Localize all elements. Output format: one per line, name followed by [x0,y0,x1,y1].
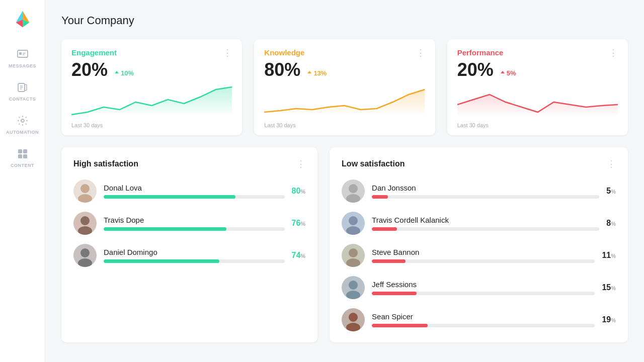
person-pct: 11% [602,251,616,260]
knowledge-footer: Last 30 days [264,122,425,128]
knowledge-title: Knowledge [264,48,304,57]
person-name: Daniel Domingo [104,248,285,256]
svg-point-27 [78,258,92,267]
low-sat-menu[interactable]: ⋮ [607,158,616,169]
bar-track [104,195,285,199]
svg-point-23 [78,194,92,203]
performance-menu[interactable]: ⋮ [609,48,618,57]
list-item: Travis Dope 76% [73,212,305,235]
svg-point-37 [346,323,360,331]
avatar [73,212,97,235]
performance-card: Performance ⋮ 20% 5% [447,39,628,135]
logo[interactable] [11,7,34,32]
low-sat-title: Low satisfaction [342,159,405,168]
engagement-title: Engagement [71,48,117,57]
engagement-value: 20% [71,59,108,80]
svg-rect-5 [19,52,22,55]
person-name: Dan Jonsson [372,184,599,192]
svg-point-35 [346,291,360,299]
performance-value: 20% [457,59,494,80]
sidebar-item-messages[interactable]: MESSAGES [0,41,45,74]
knowledge-card: Knowledge ⋮ 80% 13% [254,39,435,135]
svg-point-30 [349,216,358,225]
svg-rect-13 [25,84,27,90]
knowledge-menu[interactable]: ⋮ [416,48,425,57]
svg-point-26 [80,248,90,257]
svg-rect-16 [23,149,27,153]
bar-track [372,324,595,327]
bar-fill [372,324,428,327]
person-name: Steve Bannon [372,248,595,256]
low-satisfaction-card: Low satisfaction ⋮ Dan Jonsson 5% [330,147,628,342]
engagement-menu[interactable]: ⋮ [223,48,232,57]
svg-point-36 [349,313,358,322]
bar-track [372,259,595,263]
bottom-row: High satisfaction ⋮ Donal Lova 80% [61,147,628,342]
engagement-chart [71,84,232,117]
high-satisfaction-card: High satisfaction ⋮ Donal Lova 80% [61,147,317,342]
bar-fill [372,259,406,263]
svg-point-14 [21,119,24,122]
list-item: Sean Spicer 19% [342,308,616,331]
list-item: Steve Bannon 11% [342,244,616,267]
svg-marker-19 [71,87,232,117]
page-title: Your Company [61,14,628,27]
bar-fill [372,227,397,231]
avatar [342,308,365,331]
svg-point-25 [78,226,92,235]
svg-point-33 [346,258,360,267]
list-item: Dan Jonsson 5% [342,179,616,203]
person-pct: 5% [606,187,616,196]
knowledge-chart [264,84,425,117]
person-name: Travis Dope [104,216,285,224]
svg-rect-18 [23,154,27,158]
performance-footer: Last 30 days [457,122,618,128]
bar-fill [372,292,417,295]
svg-point-24 [80,216,90,225]
sidebar-item-automation[interactable]: AUTOMATION [0,108,45,141]
person-name: Jeff Sessions [372,280,595,289]
bar-track [372,292,595,295]
main-content: Your Company Engagement ⋮ 20% 10% [45,0,644,362]
bar-fill [104,259,219,263]
person-pct: 19% [602,315,616,324]
avatar [342,212,365,235]
svg-rect-17 [18,154,22,158]
bar-fill [372,195,388,199]
list-item: Daniel Domingo 74% [73,244,305,267]
avatar [342,179,365,203]
svg-rect-7 [23,54,25,55]
performance-title: Performance [457,48,504,57]
svg-marker-20 [264,89,425,117]
svg-point-31 [346,226,360,235]
performance-change: 5% [500,69,516,77]
svg-rect-6 [23,53,26,54]
person-pct: 76% [292,219,306,228]
person-name: Donal Lova [104,184,285,192]
metrics-row: Engagement ⋮ 20% 10% [61,39,628,135]
avatar [342,276,365,299]
bar-track [372,195,599,199]
svg-point-22 [80,184,90,193]
bar-fill [104,227,226,231]
person-pct: 80% [292,187,306,196]
list-item: Donal Lova 80% [73,179,305,203]
avatar [73,179,97,203]
svg-point-29 [346,194,360,203]
person-pct: 74% [292,251,306,260]
bar-fill [104,195,235,199]
bar-track [372,227,599,231]
sidebar-item-content[interactable]: CONTENT [0,141,45,174]
person-pct: 15% [602,283,616,292]
list-item: Travis Cordell Kalanick 8% [342,212,616,235]
bar-track [104,259,285,263]
sidebar-item-contacts[interactable]: CONTACTS [0,74,45,108]
svg-rect-15 [18,149,22,153]
high-sat-title: High satisfaction [73,159,138,168]
high-sat-menu[interactable]: ⋮ [296,158,305,169]
avatar [342,244,365,267]
avatar [73,244,97,267]
person-name: Travis Cordell Kalanick [372,216,599,224]
person-name: Sean Spicer [372,312,595,321]
sidebar: MESSAGES CONTACTS AUTOMATION [0,0,45,362]
